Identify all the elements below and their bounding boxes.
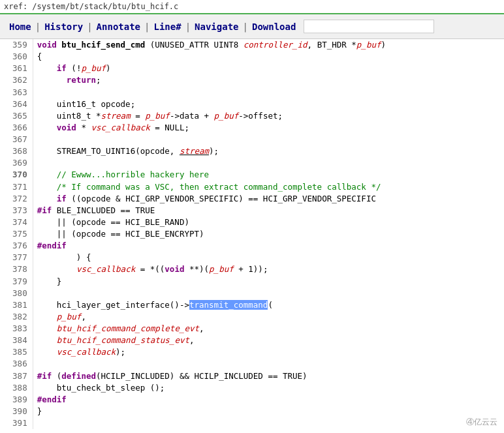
table-row: 365 uint8_t *stream = p_buf->data + p_bu…	[0, 110, 504, 122]
line-number: 359	[0, 39, 33, 51]
code-content: vsc_callback);	[33, 346, 504, 358]
path-bar: xref: /system/bt/stack/btu/btu_hcif.c	[0, 0, 504, 14]
code-content: || (opcode == HCI_BLE_RAND)	[33, 216, 504, 228]
sep5: |	[243, 22, 248, 32]
table-row: 385 vsc_callback);	[0, 346, 504, 358]
nav-annotate[interactable]: Annotate	[94, 20, 143, 33]
table-row: 384 btu_hcif_command_status_evt,	[0, 335, 504, 346]
line-number: 370	[0, 169, 33, 181]
code-content: return;	[33, 74, 504, 86]
code-area: 359 void btu_hcif_send_cmd (UNUSED_ATTR …	[0, 39, 504, 429]
table-row: 359 void btu_hcif_send_cmd (UNUSED_ATTR …	[0, 39, 504, 51]
code-content: vsc_callback = *((void **)(p_buf + 1));	[33, 263, 504, 275]
table-row: 366 void * vsc_callback = NULL;	[0, 122, 504, 134]
line-number: 362	[0, 74, 33, 86]
nav-bar: Home | History | Annotate | Line# | Navi…	[0, 14, 504, 39]
table-row: 376 #endif	[0, 240, 504, 252]
code-content: btu_hcif_command_status_evt,	[33, 335, 504, 346]
line-number: 391	[0, 417, 33, 429]
line-number: 360	[0, 51, 33, 63]
table-row: 387 #if (defined(HCILP_INCLUDED) && HCIL…	[0, 370, 504, 382]
code-content: // Ewww...horrible hackery here	[33, 169, 504, 181]
table-row: 377 ) {	[0, 252, 504, 263]
table-row: 388 btu_check_bt_sleep ();	[0, 382, 504, 394]
code-table: 359 void btu_hcif_send_cmd (UNUSED_ATTR …	[0, 39, 504, 429]
table-row: 364 uint16_t opcode;	[0, 98, 504, 110]
table-row: 371 /* If command was a VSC, then extrac…	[0, 181, 504, 193]
code-content: if ((opcode & HCI_GRP_VENDOR_SPECIFIC) =…	[33, 193, 504, 205]
code-content	[33, 358, 504, 370]
line-number: 371	[0, 181, 33, 193]
table-row: 368 STREAM_TO_UINT16(opcode, stream);	[0, 145, 504, 157]
code-content: btu_hcif_command_complete_evt,	[33, 323, 504, 335]
code-content	[33, 417, 504, 429]
code-content: uint8_t *stream = p_buf->data + p_buf->o…	[33, 110, 504, 122]
line-number: 365	[0, 110, 33, 122]
nav-download[interactable]: Download	[249, 20, 298, 33]
line-number: 382	[0, 311, 33, 323]
line-number: 380	[0, 288, 33, 299]
code-content: btu_check_bt_sleep ();	[33, 382, 504, 394]
code-content: void * vsc_callback = NULL;	[33, 122, 504, 134]
table-row: 361 if (!p_buf)	[0, 63, 504, 74]
sep4: |	[185, 22, 191, 32]
table-row: 362 return;	[0, 74, 504, 86]
line-number: 377	[0, 252, 33, 263]
table-row: 372 if ((opcode & HCI_GRP_VENDOR_SPECIFI…	[0, 193, 504, 205]
table-row: 383 btu_hcif_command_complete_evt,	[0, 323, 504, 335]
line-number: 376	[0, 240, 33, 252]
line-number: 381	[0, 299, 33, 311]
line-number: 386	[0, 358, 33, 370]
code-content: if (!p_buf)	[33, 63, 504, 74]
path-text: xref: /system/bt/stack/btu/btu_hcif.c	[4, 2, 178, 11]
table-row: 373 #if BLE_INCLUDED == TRUE	[0, 205, 504, 216]
code-content: }	[33, 406, 504, 417]
code-content	[33, 134, 504, 145]
table-row: 390 }	[0, 406, 504, 417]
table-row: 370 // Ewww...horrible hackery here	[0, 169, 504, 181]
search-input[interactable]	[304, 20, 434, 33]
line-number: 385	[0, 346, 33, 358]
nav-home[interactable]: Home	[7, 20, 34, 33]
watermark: ④亿云云	[466, 417, 497, 428]
line-number: 375	[0, 228, 33, 240]
code-content: ) {	[33, 252, 504, 263]
table-row: 363	[0, 87, 504, 98]
line-number: 378	[0, 263, 33, 275]
line-number: 363	[0, 87, 33, 98]
code-content: {	[33, 51, 504, 63]
table-row: 367	[0, 134, 504, 145]
table-row: 379 }	[0, 276, 504, 288]
table-row: 374 || (opcode == HCI_BLE_RAND)	[0, 216, 504, 228]
table-row: 386	[0, 358, 504, 370]
table-row: 378 vsc_callback = *((void **)(p_buf + 1…	[0, 263, 504, 275]
table-row: 380	[0, 288, 504, 299]
table-row: 360 {	[0, 51, 504, 63]
nav-line[interactable]: Line#	[151, 20, 183, 33]
table-row: 375 || (opcode == HCI_BLE_ENCRYPT)	[0, 228, 504, 240]
sep2: |	[87, 22, 92, 32]
code-content: /* If command was a VSC, then extract co…	[33, 181, 504, 193]
code-content	[33, 288, 504, 299]
line-number: 369	[0, 157, 33, 169]
nav-navigate[interactable]: Navigate	[192, 20, 241, 33]
line-number: 361	[0, 63, 33, 74]
code-content: #endif	[33, 394, 504, 406]
code-content: hci_layer_get_interface()->transmit_comm…	[33, 299, 504, 311]
line-number: 374	[0, 216, 33, 228]
table-row: 381 hci_layer_get_interface()->transmit_…	[0, 299, 504, 311]
code-content	[33, 87, 504, 98]
code-content: STREAM_TO_UINT16(opcode, stream);	[33, 145, 504, 157]
line-number: 383	[0, 323, 33, 335]
line-number: 368	[0, 145, 33, 157]
table-row: 389 #endif	[0, 394, 504, 406]
code-content: #if (defined(HCILP_INCLUDED) && HCILP_IN…	[33, 370, 504, 382]
line-number: 367	[0, 134, 33, 145]
sep1: |	[35, 22, 40, 32]
code-content: void btu_hcif_send_cmd (UNUSED_ATTR UINT…	[33, 39, 504, 51]
line-number: 364	[0, 98, 33, 110]
table-row: 382 p_buf,	[0, 311, 504, 323]
nav-history[interactable]: History	[42, 20, 86, 33]
code-content	[33, 157, 504, 169]
table-row: 369	[0, 157, 504, 169]
